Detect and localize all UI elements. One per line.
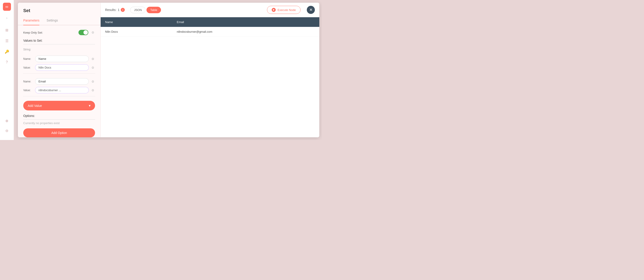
cell-name: N8n Docs xyxy=(100,27,172,37)
keep-only-set-row: Keep Only Set: ⚙ xyxy=(23,30,95,35)
field2-value-label: Value: xyxy=(23,89,33,92)
key-icon[interactable]: 🔑 xyxy=(4,48,10,55)
results-table: Name Email N8n Docs n8ndocsburner@gmail.… xyxy=(100,17,319,137)
field1-name-input[interactable] xyxy=(35,56,89,62)
field2-name-gear-icon[interactable]: ⚙ xyxy=(90,79,95,84)
keep-only-set-label: Keep Only Set: xyxy=(23,31,43,34)
info-icon: i xyxy=(121,8,125,12)
field2-value-input[interactable] xyxy=(35,87,89,93)
panel-title: Set xyxy=(18,3,100,13)
field2-value-gear-icon[interactable]: ⚙ xyxy=(90,88,95,92)
table-view-button[interactable]: Table xyxy=(146,7,161,13)
zoom-in-icon[interactable]: ⊕ xyxy=(4,118,10,124)
add-option-button[interactable]: Add Option xyxy=(23,128,95,137)
question-icon[interactable]: ? xyxy=(4,59,10,65)
modal-panel: Set Parameters Settings Keep Only Set: ⚙… xyxy=(18,3,319,137)
options-section: Options: Currently no properties exist xyxy=(23,114,95,125)
panel-body: Keep Only Set: ⚙ Values to Set: String: … xyxy=(18,25,100,137)
field-group-2: Name: ⚙ Value: ⚙ xyxy=(23,78,95,96)
results-label: Results: 1 i xyxy=(105,8,125,12)
left-panel: Set Parameters Settings Keep Only Set: ⚙… xyxy=(18,3,100,137)
string-label: String: xyxy=(23,48,95,51)
values-to-set-title: Values to Set: xyxy=(23,39,95,44)
options-empty-text: Currently no properties exist xyxy=(23,121,95,125)
execute-node-button[interactable]: Execute Node xyxy=(267,6,300,14)
play-icon xyxy=(272,8,276,12)
app-logo[interactable]: ∞ xyxy=(3,3,11,11)
field1-name-row: Name: ⚙ xyxy=(23,56,95,62)
table-row: N8n Docs n8ndocsburner@gmail.com xyxy=(100,27,319,37)
add-value-button[interactable]: Add Value ▾ xyxy=(23,101,95,110)
table-header-row: Name Email xyxy=(100,17,319,27)
field2-name-input[interactable] xyxy=(35,78,89,85)
add-value-chevron-icon: ▾ xyxy=(89,103,90,108)
json-view-button[interactable]: JSON xyxy=(130,7,146,13)
field1-name-label: Name: xyxy=(23,57,33,60)
zoom-out-icon[interactable]: ⊖ xyxy=(4,127,10,134)
cell-email: n8ndocsburner@gmail.com xyxy=(172,27,319,37)
field2-name-label: Name: xyxy=(23,80,33,83)
col-email-header: Email xyxy=(172,17,319,27)
field1-value-label: Value: xyxy=(23,66,33,69)
right-panel: Results: 1 i JSON Table Execute Node ✕ N… xyxy=(100,3,319,137)
right-header: Results: 1 i JSON Table Execute Node ✕ xyxy=(100,3,319,17)
close-modal-button[interactable]: ✕ xyxy=(307,6,315,14)
expand-sidebar-button[interactable]: › xyxy=(4,15,10,21)
field2-name-row: Name: ⚙ xyxy=(23,78,95,85)
view-toggle: JSON Table xyxy=(130,7,161,13)
field2-value-row: Value: ⚙ xyxy=(23,87,95,93)
field1-value-input[interactable] xyxy=(35,64,89,71)
sidebar: ∞ › ⊞ ☰ 🔑 ? ⊕ ⊖ xyxy=(0,0,14,140)
field-group-1: Name: ⚙ Value: ⚙ xyxy=(23,56,95,74)
field1-value-gear-icon[interactable]: ⚙ xyxy=(90,65,95,70)
tab-parameters[interactable]: Parameters xyxy=(23,17,39,25)
col-name-header: Name xyxy=(100,17,172,27)
list-icon[interactable]: ☰ xyxy=(4,38,10,44)
sidebar-nav: ⊞ ☰ 🔑 ? xyxy=(4,27,10,65)
keep-only-set-toggle[interactable] xyxy=(78,30,88,35)
options-title: Options: xyxy=(23,114,95,120)
tabs: Parameters Settings xyxy=(18,13,100,25)
field1-name-gear-icon[interactable]: ⚙ xyxy=(90,57,95,61)
sidebar-bottom: ⊕ ⊖ xyxy=(4,118,10,137)
nodes-icon[interactable]: ⊞ xyxy=(4,27,10,33)
field1-value-row: Value: ⚙ xyxy=(23,64,95,71)
data-table: Name Email N8n Docs n8ndocsburner@gmail.… xyxy=(100,17,319,37)
keep-only-set-gear-icon[interactable]: ⚙ xyxy=(90,30,95,35)
tab-settings[interactable]: Settings xyxy=(46,17,58,25)
